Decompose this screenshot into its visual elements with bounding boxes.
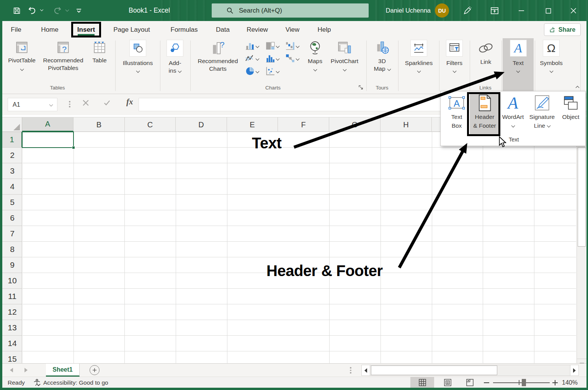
row-header-11[interactable]: 11: [2, 289, 22, 304]
zoom-slider-track[interactable]: [493, 382, 550, 383]
redo-icon[interactable]: [52, 5, 63, 16]
scroll-right-icon[interactable]: [570, 365, 578, 375]
table-button[interactable]: Table: [89, 40, 110, 64]
avatar[interactable]: DU: [435, 3, 449, 18]
row-header-2[interactable]: 2: [2, 148, 22, 163]
column-header-c[interactable]: C: [125, 117, 176, 132]
column-header-g[interactable]: G: [329, 117, 381, 132]
row-header-15[interactable]: 15: [2, 351, 22, 363]
sparklines-button[interactable]: Sparklines: [402, 40, 435, 72]
column-header-a[interactable]: A: [22, 117, 74, 132]
illustrations-button[interactable]: Illustrations: [118, 40, 157, 72]
save-icon[interactable]: [11, 5, 22, 16]
sheet-prev-icon[interactable]: [10, 368, 13, 372]
redo-dropdown-icon[interactable]: [65, 8, 69, 12]
menu-item-signature-line[interactable]: Signature Line: [526, 93, 558, 135]
share-button[interactable]: Share: [544, 23, 581, 36]
row-header-5[interactable]: 5: [2, 195, 22, 210]
name-box[interactable]: A1: [8, 98, 57, 111]
funnel-chart-icon[interactable]: [286, 54, 299, 63]
row-header-8[interactable]: 8: [2, 242, 22, 257]
horizontal-scrollbar[interactable]: [361, 365, 579, 376]
horizontal-scroll-thumb[interactable]: [371, 366, 497, 375]
user-name[interactable]: Daniel Uchenna: [377, 0, 431, 21]
collapse-ribbon-icon[interactable]: [576, 86, 580, 90]
pivotchart-button[interactable]: PivotChart: [327, 40, 362, 71]
row-header-12[interactable]: 12: [2, 304, 22, 320]
sheet-tab-sheet1[interactable]: Sheet1: [46, 364, 80, 377]
enter-check-icon[interactable]: [103, 99, 111, 108]
filters-button[interactable]: Filters: [443, 40, 466, 72]
add-ins-button[interactable]: Add- ins: [162, 40, 188, 75]
selected-cell-a1[interactable]: [22, 132, 74, 148]
histogram-chart-icon[interactable]: [266, 54, 279, 63]
scatter-chart-icon[interactable]: [266, 67, 279, 76]
close-button[interactable]: [568, 5, 579, 16]
add-sheet-button[interactable]: [90, 365, 100, 375]
tab-formulas[interactable]: Formulas: [168, 21, 200, 38]
recommended-pivottables-button[interactable]: ? Recommended PivotTables: [40, 40, 87, 72]
3d-map-button[interactable]: 3D Map: [371, 40, 394, 73]
view-normal-button[interactable]: [410, 377, 434, 388]
cancel-icon[interactable]: [82, 99, 89, 108]
view-page-break-button[interactable]: [461, 377, 479, 388]
waterfall-chart-icon[interactable]: [286, 41, 299, 50]
fill-handle[interactable]: [72, 146, 75, 149]
column-chart-icon[interactable]: [245, 41, 259, 50]
fx-icon[interactable]: fx: [126, 97, 133, 107]
column-header-d[interactable]: D: [176, 117, 227, 132]
view-page-layout-button[interactable]: [439, 377, 456, 388]
row-header-6[interactable]: 6: [2, 210, 22, 226]
column-header-f[interactable]: F: [278, 117, 329, 132]
vertical-scrollbar[interactable]: [577, 117, 586, 370]
link-button[interactable]: Link: [474, 40, 498, 66]
menu-item-text-box[interactable]: A Text Box: [444, 93, 469, 135]
row-header-1[interactable]: 1: [2, 132, 22, 148]
undo-dropdown-icon[interactable]: [40, 8, 43, 11]
undo-icon[interactable]: [27, 5, 38, 16]
tab-data[interactable]: Data: [214, 21, 232, 38]
accessibility-status[interactable]: Accessibility: Good to go: [43, 377, 108, 388]
recommended-charts-button[interactable]: ? Recommended Charts: [194, 40, 241, 73]
tab-review[interactable]: Review: [244, 21, 270, 38]
tab-page-layout[interactable]: Page Layout: [111, 21, 152, 38]
symbols-button[interactable]: Ω Symbols: [537, 40, 565, 72]
pie-chart-icon[interactable]: [245, 67, 259, 76]
launcher-pen-icon[interactable]: [462, 5, 472, 16]
menu-item-object[interactable]: Object: [559, 93, 583, 135]
select-all-corner[interactable]: [2, 117, 22, 132]
text-button[interactable]: A Text: [503, 40, 534, 72]
tab-help[interactable]: Help: [315, 21, 333, 38]
name-box-dropdown-icon[interactable]: [49, 103, 53, 107]
row-header-13[interactable]: 13: [2, 320, 22, 336]
line-chart-icon[interactable]: [245, 54, 259, 63]
zoom-out-button[interactable]: [482, 377, 491, 388]
maps-button[interactable]: Maps: [305, 40, 325, 71]
column-header-e[interactable]: E: [227, 117, 278, 132]
formula-bar-resize-handle[interactable]: [69, 100, 70, 109]
row-header-7[interactable]: 7: [2, 226, 22, 242]
sheet-next-icon[interactable]: [24, 368, 28, 372]
pivottable-button[interactable]: PivotTable: [5, 40, 38, 70]
row-header-3[interactable]: 3: [2, 163, 22, 179]
tab-view[interactable]: View: [283, 21, 302, 38]
column-header-h[interactable]: H: [381, 117, 432, 132]
zoom-level[interactable]: 140%: [562, 377, 578, 388]
search-input[interactable]: Search (Alt+Q): [212, 3, 369, 18]
tab-home[interactable]: Home: [39, 21, 60, 38]
row-header-9[interactable]: 9: [2, 257, 22, 273]
tab-scrollbar-splitter[interactable]: [350, 366, 351, 375]
row-header-14[interactable]: 14: [2, 336, 22, 351]
row-header-10[interactable]: 10: [2, 273, 22, 289]
zoom-in-button[interactable]: [550, 377, 560, 388]
ribbon-display-options-icon[interactable]: [489, 5, 500, 16]
customize-quick-access-icon[interactable]: [74, 5, 84, 16]
menu-item-wordart[interactable]: A WordArt: [500, 93, 526, 135]
maximize-button[interactable]: [543, 5, 554, 16]
tab-file[interactable]: File: [8, 21, 23, 38]
scroll-left-icon[interactable]: [362, 365, 370, 375]
row-header-4[interactable]: 4: [2, 179, 22, 195]
minimize-button[interactable]: [516, 5, 527, 16]
charts-dialog-launcher-icon[interactable]: [358, 85, 364, 92]
zoom-slider-thumb[interactable]: [522, 379, 526, 386]
